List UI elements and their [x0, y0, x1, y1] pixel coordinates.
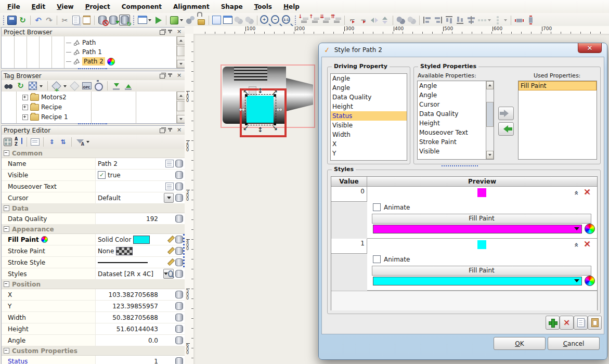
refresh-project-icon[interactable] [18, 15, 28, 25]
dialog-titlebar[interactable]: ✓ Style for Path 2 [319, 43, 607, 57]
resize-handle-s[interactable]: ↕ [257, 127, 263, 133]
fill-paint-header[interactable]: Fill Paint [372, 266, 591, 276]
property-row-visible[interactable]: Visible true [2, 170, 185, 181]
categorize-icon[interactable] [4, 138, 12, 146]
binding-icon[interactable] [175, 160, 183, 167]
property-row-height[interactable]: Height 51.60144043 [2, 323, 185, 335]
cancel-button[interactable]: Cancel [548, 337, 600, 350]
list-item-selected[interactable]: Fill Paint [519, 81, 597, 90]
scroll-down-icon[interactable] [486, 151, 494, 159]
zoom-out-icon[interactable]: − [271, 15, 279, 24]
list-item[interactable]: Stroke Paint [418, 137, 494, 147]
list-item[interactable]: Data Quality [418, 109, 494, 119]
section-position[interactable]: Position [2, 280, 185, 289]
collapse-icon[interactable] [4, 150, 9, 156]
panel-splitter[interactable] [78, 123, 107, 124]
empty-style-row[interactable] [331, 291, 597, 310]
list-item[interactable]: Data Quality [331, 93, 407, 102]
menu-edit[interactable]: Edit [27, 2, 51, 12]
list-item[interactable]: Angle [418, 90, 494, 100]
binding-icon[interactable] [175, 247, 183, 255]
move-left-button[interactable] [498, 122, 514, 136]
union-icon[interactable] [396, 15, 406, 25]
move-right-button[interactable] [498, 107, 514, 120]
refresh-tags-icon[interactable] [16, 81, 25, 91]
tag-folder-recipe-1[interactable]: Recipe 1 [22, 112, 68, 122]
preview-play-icon[interactable] [153, 15, 163, 25]
dataset-view-icon[interactable] [163, 269, 174, 279]
filter-icon[interactable] [75, 137, 85, 147]
expand-icon[interactable] [22, 95, 28, 100]
scroll-thumb[interactable] [177, 101, 185, 111]
collapse-icon[interactable] [4, 226, 9, 232]
property-row-width[interactable]: Width 50.382705688 [2, 312, 185, 323]
property-row-data-quality[interactable]: Data Quality 192 [2, 213, 185, 225]
list-item[interactable]: Height [418, 119, 494, 128]
move-forward-icon[interactable] [299, 15, 309, 25]
property-row-styles[interactable]: Styles Dataset [2R x 4C] [2, 268, 185, 280]
scroll-up-icon[interactable] [177, 92, 185, 100]
open-window-dropdown[interactable] [148, 19, 151, 23]
tag-columns-dropdown[interactable] [40, 85, 43, 89]
binding-icon[interactable] [175, 302, 183, 310]
list-item[interactable]: X [331, 139, 407, 149]
list-item[interactable]: Angle [331, 74, 407, 83]
resize-handle-n[interactable]: ↕ [257, 88, 263, 94]
difference-icon[interactable] [407, 15, 417, 25]
resize-handle-e[interactable]: ↔ [277, 107, 282, 113]
tag-columns-icon[interactable] [29, 82, 37, 90]
text-edit-icon[interactable] [165, 183, 174, 190]
pin-panel-icon[interactable] [167, 29, 174, 35]
move-to-back-icon[interactable] [332, 15, 342, 25]
stroke-style-sample[interactable] [98, 262, 148, 263]
rotate-left-icon[interactable] [358, 15, 368, 25]
list-item[interactable]: Width [331, 130, 407, 139]
float-panel-icon[interactable] [160, 30, 165, 35]
animate-option[interactable]: Animate [373, 255, 410, 263]
list-item[interactable]: Angle [331, 83, 407, 93]
collapse-icon[interactable] [4, 205, 9, 211]
delete-style-icon[interactable]: ✕ [584, 188, 591, 196]
collapse-icon[interactable] [4, 348, 9, 354]
list-item[interactable]: Height [331, 102, 407, 111]
close-panel-icon[interactable]: × [176, 29, 183, 35]
paste-position-icon[interactable] [223, 16, 232, 24]
add-tag-dropdown[interactable] [63, 85, 67, 89]
distribute-vertical-icon[interactable] [493, 15, 503, 25]
color-wheel-icon[interactable] [585, 276, 595, 286]
menu-shape[interactable]: Shape [216, 2, 248, 12]
project-browser-scrollbar[interactable] [176, 36, 185, 68]
close-panel-icon[interactable]: × [176, 127, 183, 134]
distribute-horizontal-icon[interactable] [477, 15, 487, 25]
menu-view[interactable]: View [51, 2, 79, 12]
selection-bounds-icon[interactable] [212, 16, 221, 24]
available-scrollbar[interactable] [486, 81, 494, 159]
security-lock-icon[interactable] [198, 19, 205, 25]
binding-icon[interactable] [175, 325, 183, 333]
filter-dropdown[interactable] [86, 141, 89, 145]
tag-folder-motors2[interactable]: Motors2 [22, 93, 67, 102]
move-backward-icon[interactable] [310, 15, 320, 25]
float-panel-icon[interactable] [160, 128, 165, 133]
list-item[interactable]: Mouseover Text [418, 128, 494, 137]
panel-splitter[interactable] [78, 68, 107, 69]
property-value[interactable]: Path 2 [96, 160, 160, 167]
collapse-icon[interactable] [4, 281, 9, 287]
property-row-y[interactable]: Y 123.39855957 [2, 301, 185, 312]
flip-horizontal-icon[interactable] [369, 15, 379, 25]
binding-icon[interactable] [175, 357, 183, 364]
collapse-style-icon[interactable]: « [572, 190, 580, 195]
property-row-status[interactable]: Status 1 [2, 356, 185, 364]
opc-browse-icon[interactable]: OPC [82, 82, 92, 89]
paste-icon[interactable] [83, 16, 90, 24]
tag-browser-scrollbar[interactable] [176, 92, 185, 123]
property-row-name[interactable]: Name Path 2 [2, 158, 185, 170]
menu-help[interactable]: Help [278, 2, 305, 12]
menu-component[interactable]: Component [116, 2, 167, 12]
db-sync-icon[interactable] [121, 16, 129, 24]
resize-handle-w[interactable]: ↔ [239, 107, 245, 113]
list-item[interactable]: Angle [418, 81, 494, 90]
list-item[interactable]: Visible [418, 147, 494, 156]
align-left-icon[interactable] [422, 15, 432, 25]
dialog-splitter[interactable] [442, 165, 478, 166]
